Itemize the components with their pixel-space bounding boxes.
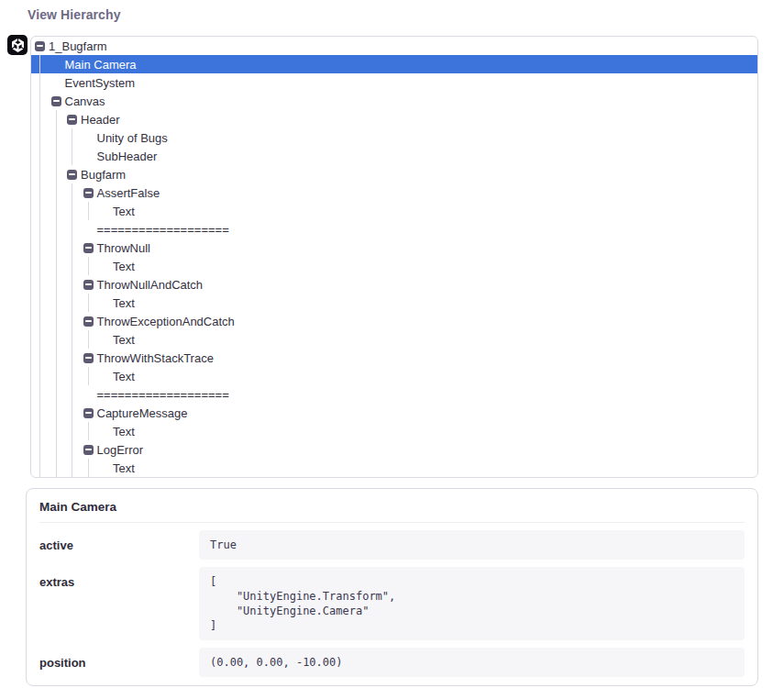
collapse-minus-icon[interactable]: [67, 115, 77, 125]
collapse-minus-icon[interactable]: [83, 188, 94, 198]
page-title: View Hierarchy: [28, 7, 121, 22]
tree-node[interactable]: CaptureMessage: [31, 404, 757, 422]
tree-node[interactable]: Text: [31, 422, 757, 440]
tree-guide-line: [39, 55, 40, 477]
tree-node-label: ThrowWithStackTrace: [97, 351, 214, 365]
property-row: extras [ "UnityEngine.Transform", "Unity…: [39, 567, 745, 640]
tree-guide-line: [88, 422, 89, 440]
property-key: extras: [39, 567, 199, 640]
tree-node-label: Unity of Bugs: [97, 131, 168, 145]
tree-node-label: ===================: [97, 223, 229, 237]
page: View Hierarchy 1_Bugfarm Main Camera Eve…: [0, 0, 784, 688]
collapse-minus-icon[interactable]: [83, 316, 94, 327]
tree-node-label: EventSystem: [65, 76, 136, 90]
tree-node-label: CaptureMessage: [97, 406, 188, 420]
property-value: True: [199, 530, 745, 560]
property-row: position (0.00, 0.00, -10.00): [39, 648, 745, 677]
tree-node-label: Text: [113, 260, 135, 273]
tree-node-label: Main Camera: [65, 58, 137, 72]
tree-node[interactable]: Header: [31, 110, 757, 128]
tree-node-label: LogError: [97, 443, 144, 457]
tree-node[interactable]: Text: [31, 459, 757, 477]
collapse-minus-icon[interactable]: [83, 353, 94, 363]
tree-node-label: Header: [81, 113, 120, 127]
tree-node-label: ThrowExceptionAndCatch: [97, 315, 235, 328]
tree-node-label: ===================: [97, 388, 229, 402]
tree-guide-line: [56, 110, 57, 477]
unity-logo-icon: [7, 35, 28, 55]
tree-guide-line: [88, 330, 89, 349]
tree-node[interactable]: Canvas: [31, 92, 757, 110]
property-value: [ "UnityEngine.Transform", "UnityEngine.…: [199, 567, 745, 640]
tree-node-label: AssertFalse: [97, 186, 160, 200]
tree-node-label: Text: [113, 425, 135, 438]
collapse-minus-icon[interactable]: [35, 41, 45, 51]
collapse-minus-icon[interactable]: [83, 280, 94, 290]
property-key: active: [39, 530, 199, 560]
collapse-minus-icon[interactable]: [83, 445, 94, 455]
tree-node[interactable]: Main Camera: [31, 55, 757, 73]
tree-node[interactable]: Text: [31, 257, 757, 275]
hierarchy-tree-panel: 1_Bugfarm Main Camera EventSystem Canvas…: [30, 36, 758, 478]
property-value: (0.00, 0.00, -10.00): [199, 648, 745, 677]
tree-node-label: 1_Bugfarm: [49, 39, 107, 53]
tree-guide-line: [88, 459, 89, 477]
details-panel: Main Camera active True extras [ "UnityE…: [26, 488, 758, 686]
tree-node-label: ThrowNullAndCatch: [97, 278, 204, 292]
tree-node-label: Text: [113, 370, 135, 383]
tree-node-label: Canvas: [65, 94, 105, 108]
tree-guide-line: [72, 183, 72, 477]
tree-node[interactable]: ===================: [31, 385, 757, 404]
tree-node[interactable]: SubHeader: [31, 147, 757, 165]
collapse-minus-icon[interactable]: [51, 96, 61, 106]
tree-node[interactable]: ===================: [31, 220, 757, 239]
tree-guide-line: [88, 294, 89, 312]
tree-node-label: ThrowNull: [97, 241, 151, 255]
tree-node-label: SubHeader: [97, 150, 158, 163]
tree-node-label: Text: [113, 333, 135, 347]
tree-node[interactable]: EventSystem: [31, 73, 757, 92]
tree-node[interactable]: 1_Bugfarm: [31, 37, 757, 55]
tree-node[interactable]: ThrowWithStackTrace: [31, 349, 757, 367]
collapse-minus-icon[interactable]: [83, 243, 94, 253]
details-title: Main Camera: [39, 498, 745, 523]
tree-node-label: Text: [113, 296, 135, 310]
tree-guide-line: [88, 257, 89, 275]
tree-node-label: Bugfarm: [81, 168, 126, 182]
tree-node-label: Text: [113, 461, 135, 475]
tree-node[interactable]: Text: [31, 294, 757, 312]
property-row: active True: [39, 530, 745, 560]
tree-guide-line: [72, 128, 72, 165]
tree-node[interactable]: ThrowExceptionAndCatch: [31, 312, 757, 330]
tree-node[interactable]: Text: [31, 367, 757, 385]
tree-node[interactable]: ThrowNull: [31, 239, 757, 257]
tree-guide-line: [88, 202, 89, 220]
tree-node[interactable]: Bugfarm: [31, 165, 757, 183]
tree-node[interactable]: ThrowNullAndCatch: [31, 275, 757, 294]
collapse-minus-icon[interactable]: [67, 170, 77, 180]
tree-node[interactable]: Text: [31, 330, 757, 349]
tree-guide-line: [88, 367, 89, 385]
tree-node[interactable]: LogError: [31, 440, 757, 459]
tree-node-label: Text: [113, 205, 135, 218]
collapse-minus-icon[interactable]: [83, 408, 94, 418]
property-key: position: [39, 648, 199, 677]
tree-node[interactable]: AssertFalse: [31, 183, 757, 202]
tree-node[interactable]: Unity of Bugs: [31, 128, 757, 147]
details-rows: active True extras [ "UnityEngine.Transf…: [39, 530, 745, 677]
tree-node[interactable]: Text: [31, 202, 757, 220]
